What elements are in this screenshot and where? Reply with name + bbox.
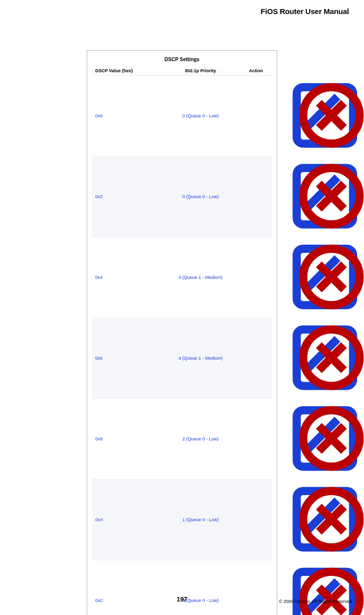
priority-cell: 0 (Queue 0 - Low) bbox=[161, 76, 240, 157]
doc-header: FiOS Router User Manual bbox=[261, 7, 349, 16]
copyright: © 2009 Verizon. All Rights Reserved. bbox=[279, 599, 353, 604]
panel-title: DSCP Settings bbox=[92, 57, 272, 62]
edit-icon[interactable] bbox=[250, 562, 255, 568]
col-action: Action bbox=[240, 66, 272, 76]
action-cell bbox=[240, 399, 272, 480]
table-row: 0x20 (Queue 0 - Low) bbox=[92, 157, 272, 237]
dscp-value-cell[interactable]: 0x0 bbox=[92, 76, 161, 157]
edit-icon[interactable] bbox=[250, 401, 255, 406]
delete-icon[interactable] bbox=[256, 562, 262, 568]
dscp-table: DSCP Value (hex) 802.1p Priority Action … bbox=[92, 66, 272, 615]
edit-icon[interactable] bbox=[250, 482, 255, 487]
action-cell bbox=[240, 237, 272, 318]
priority-cell: 2 (Queue 0 - Low) bbox=[161, 399, 240, 480]
priority-cell: 3 (Queue 0 - Low) bbox=[161, 560, 240, 616]
action-cell bbox=[240, 480, 272, 560]
dscp-value-cell[interactable]: 0x8 bbox=[92, 399, 161, 480]
action-cell bbox=[240, 318, 272, 399]
dscp-value-cell[interactable]: 0x6 bbox=[92, 318, 161, 399]
col-dscp: DSCP Value (hex) bbox=[92, 66, 161, 76]
action-cell bbox=[240, 560, 272, 616]
dscp-value-cell[interactable]: 0x4 bbox=[92, 237, 161, 318]
table-row: 0xC3 (Queue 0 - Low) bbox=[92, 560, 272, 616]
delete-icon[interactable] bbox=[256, 78, 262, 83]
priority-cell: 4 (Queue 1 - Medium) bbox=[161, 318, 240, 399]
table-row: 0x00 (Queue 0 - Low) bbox=[92, 76, 272, 157]
delete-icon[interactable] bbox=[256, 401, 262, 406]
page-number: 197 bbox=[176, 595, 188, 603]
table-row: 0x82 (Queue 0 - Low) bbox=[92, 399, 272, 480]
table-row: 0x44 (Queue 1 - Medium) bbox=[92, 237, 272, 318]
priority-cell: 4 (Queue 1 - Medium) bbox=[161, 237, 240, 318]
table-row: 0x64 (Queue 1 - Medium) bbox=[92, 318, 272, 399]
edit-icon[interactable] bbox=[250, 320, 255, 326]
table-row: 0xA1 (Queue 0 - Low) bbox=[92, 480, 272, 560]
priority-cell: 0 (Queue 0 - Low) bbox=[161, 157, 240, 237]
dscp-value-cell[interactable]: 0xC bbox=[92, 560, 161, 616]
dscp-value-cell[interactable]: 0x2 bbox=[92, 157, 161, 237]
delete-icon[interactable] bbox=[256, 482, 262, 487]
dscp-settings-panel: DSCP Settings DSCP Value (hex) 802.1p Pr… bbox=[87, 50, 277, 615]
delete-icon[interactable] bbox=[256, 320, 262, 326]
edit-icon[interactable] bbox=[250, 239, 255, 245]
col-priority: 802.1p Priority bbox=[161, 66, 240, 76]
action-cell bbox=[240, 76, 272, 157]
action-cell bbox=[240, 157, 272, 237]
dscp-value-cell[interactable]: 0xA bbox=[92, 480, 161, 560]
delete-icon[interactable] bbox=[256, 239, 262, 245]
priority-cell: 1 (Queue 0 - Low) bbox=[161, 480, 240, 560]
edit-icon[interactable] bbox=[250, 78, 255, 83]
edit-icon[interactable] bbox=[250, 159, 255, 164]
delete-icon[interactable] bbox=[256, 159, 262, 164]
